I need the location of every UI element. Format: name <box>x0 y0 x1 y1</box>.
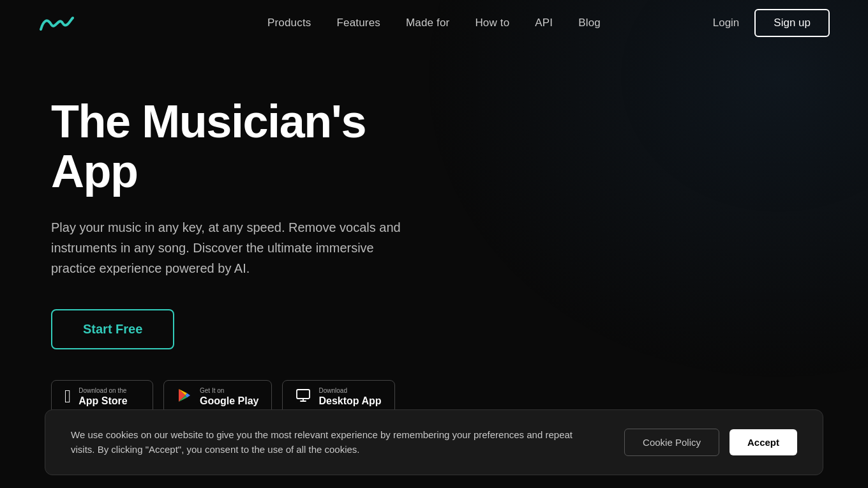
desktop-label-top: Download <box>318 387 381 395</box>
hero-section: The Musician's App Play your music in an… <box>0 46 447 452</box>
nav-link-products[interactable]: Products <box>267 17 311 29</box>
app-store-badge[interactable]:  Download on the App Store <box>51 380 153 414</box>
desktop-label-main: Desktop App <box>318 395 381 407</box>
desktop-icon <box>296 388 311 406</box>
google-play-label-main: Google Play <box>200 395 258 407</box>
login-button[interactable]: Login <box>713 17 740 29</box>
google-play-badge[interactable]: Get It on Google Play <box>163 380 272 414</box>
nav-link-features[interactable]: Features <box>336 17 380 29</box>
google-play-text: Get It on Google Play <box>200 387 258 407</box>
cookie-text: We use cookies on our website to give yo… <box>71 428 599 457</box>
nav-links: Products Features Made for How to API Bl… <box>267 17 601 29</box>
store-badges:  Download on the App Store Get It on Go… <box>51 380 447 414</box>
apple-icon:  <box>64 388 71 406</box>
hero-title: The Musician's App <box>51 97 447 197</box>
hero-description: Play your music in any key, at any speed… <box>51 217 421 278</box>
logo[interactable] <box>38 11 74 34</box>
app-store-label-main: App Store <box>79 395 127 407</box>
nav-item-made-for[interactable]: Made for <box>406 17 449 29</box>
cookie-actions: Cookie Policy Accept <box>624 429 797 456</box>
cookie-policy-button[interactable]: Cookie Policy <box>624 429 719 456</box>
signup-button[interactable]: Sign up <box>754 9 830 37</box>
desktop-text: Download Desktop App <box>318 387 381 407</box>
logo-icon <box>38 11 74 34</box>
app-store-text: Download on the App Store <box>79 387 127 407</box>
nav-item-blog[interactable]: Blog <box>578 17 601 29</box>
navbar: Products Features Made for How to API Bl… <box>0 0 868 46</box>
google-play-icon <box>177 388 192 406</box>
start-free-button[interactable]: Start Free <box>51 309 174 349</box>
desktop-badge[interactable]: Download Desktop App <box>282 380 394 414</box>
nav-link-blog[interactable]: Blog <box>578 17 601 29</box>
nav-item-api[interactable]: API <box>535 17 553 29</box>
google-play-label-top: Get It on <box>200 387 258 395</box>
accept-button[interactable]: Accept <box>730 429 797 455</box>
nav-link-api[interactable]: API <box>535 17 553 29</box>
background-glow <box>421 0 868 383</box>
nav-item-features[interactable]: Features <box>336 17 380 29</box>
svg-rect-0 <box>297 390 310 399</box>
app-store-label-top: Download on the <box>79 387 127 395</box>
nav-item-products[interactable]: Products <box>267 17 311 29</box>
nav-link-made-for[interactable]: Made for <box>406 17 449 29</box>
nav-link-how-to[interactable]: How to <box>475 17 509 29</box>
cookie-banner: We use cookies on our website to give yo… <box>45 409 823 475</box>
nav-item-how-to[interactable]: How to <box>475 17 509 29</box>
nav-actions: Login Sign up <box>713 9 830 37</box>
